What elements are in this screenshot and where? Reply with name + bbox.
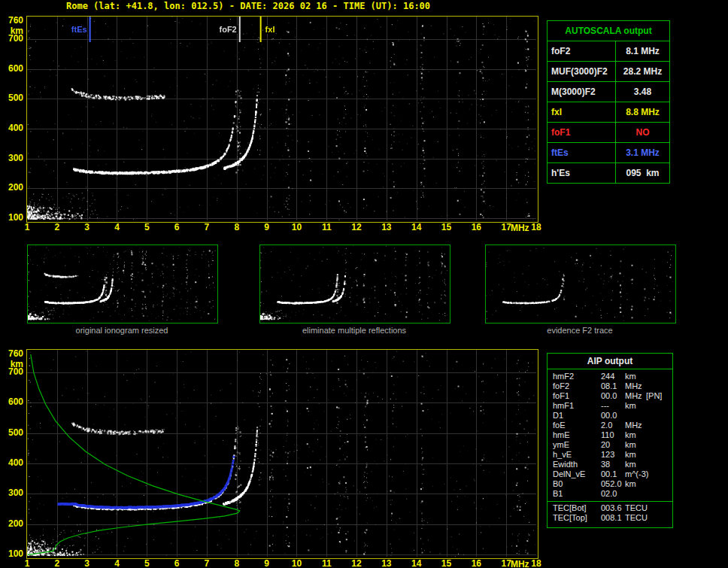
y-axis-unit-label: km <box>4 26 23 35</box>
x-tick-8: 8 <box>229 223 245 232</box>
aip-row-h_vE: h_vE123km <box>548 450 672 460</box>
aip-u-ymE: km <box>625 440 636 450</box>
thumbnail-original-ionogram <box>27 245 218 323</box>
aip-u-hmF2: km <box>625 372 636 381</box>
aip-row-ymE: ymE20km <box>548 440 672 450</box>
y-axis-aip: 760700600500400300200100km <box>4 349 25 557</box>
aip-n-B0: B0 <box>553 479 563 489</box>
x-tick-6: 6 <box>168 223 185 232</box>
aip-n-foE: foE <box>553 421 566 430</box>
aip-row-hmF2: hmF2244km <box>548 372 672 381</box>
x-tick-7: 7 <box>199 559 215 568</box>
aip-u-foF2: MHz <box>625 381 642 391</box>
aip-row-B0: B0052.0km <box>548 479 672 489</box>
y-axis-unit-label: km <box>4 360 23 369</box>
aip-u-foF1: MHz <box>625 391 642 401</box>
autoscala-row-foF2: foF28.1 MHz <box>548 41 670 62</box>
aip-v-foF2: 08.1 <box>601 381 617 391</box>
x-tick-5: 5 <box>138 559 155 568</box>
autoscala-param: h'Es <box>548 163 616 184</box>
x-tick-2: 2 <box>49 559 65 568</box>
aip-v-D1: 00.0 <box>601 411 617 421</box>
y-tick-400: 400 <box>4 123 23 132</box>
aip-n-hmF2: hmF2 <box>553 372 574 381</box>
aip-v-hmE: 110 <box>601 430 614 440</box>
autoscala-row-fxI: fxI8.8 MHz <box>548 102 670 123</box>
x-tick-6: 6 <box>168 559 185 568</box>
marker-label-foF2: foF2 <box>219 26 238 34</box>
y-tick-100: 100 <box>4 549 23 558</box>
aip-v-TEC[Top]: 008.1 <box>601 513 622 523</box>
aip-v-hmF1: --- <box>601 401 609 411</box>
aip-n-hmE: hmE <box>553 430 570 440</box>
aip-u-foE: MHz <box>625 421 642 430</box>
autoscala-table-header: AUTOSCALA output <box>548 21 670 41</box>
autoscala-param: fxI <box>548 102 616 123</box>
aip-n-DelN_vE: DelN_vE <box>553 469 585 479</box>
aip-panel-header: AIP output <box>548 354 672 369</box>
x-axis-unit-label: MHz <box>511 223 527 232</box>
y-tick-600: 600 <box>4 64 23 73</box>
aip-u-B0: km <box>625 479 636 489</box>
aip-row-foE: foE2.0MHz <box>548 421 672 430</box>
aip-separator <box>548 501 672 502</box>
aip-n-h_vE: h_vE <box>553 450 572 460</box>
aip-row-hmF1: hmF1---km <box>548 401 672 411</box>
ionogram-aip-plot <box>26 349 538 559</box>
aip-n-B1: B1 <box>553 489 563 499</box>
x-tick-12: 12 <box>348 223 365 232</box>
ionogram-aip-canvas <box>27 350 536 557</box>
autoscala-value: NO <box>616 123 670 143</box>
x-tick-13: 13 <box>378 559 395 568</box>
y-tick-300: 300 <box>4 488 23 497</box>
x-tick-13: 13 <box>378 223 395 232</box>
ionogram-main-canvas <box>27 17 536 220</box>
x-tick-14: 14 <box>408 223 425 232</box>
x-tick-14: 14 <box>408 559 425 568</box>
autoscala-row-MUF(3000)F2: MUF(3000)F228.2 MHz <box>548 62 670 82</box>
x-axis-aip: 123456789101112131415161718MHz <box>26 559 568 568</box>
x-tick-16: 16 <box>468 223 484 232</box>
page-title: Rome (lat: +41.8, lon: 012.5) - DATE: 20… <box>66 1 430 11</box>
y-tick-100: 100 <box>4 213 23 222</box>
aip-u-TEC[Bot]: TECU <box>625 503 648 513</box>
autoscala-window: Rome (lat: +41.8, lon: 012.5) - DATE: 20… <box>0 0 728 568</box>
aip-n-ymE: ymE <box>553 440 569 450</box>
y-tick-760: 760 <box>4 349 23 358</box>
thumbnail-f2-canvas <box>486 245 674 321</box>
x-tick-8: 8 <box>229 559 245 568</box>
thumbnail-caption-eliminate: eliminate multiple reflections <box>259 326 449 335</box>
x-tick-1: 1 <box>19 223 35 232</box>
y-tick-200: 200 <box>4 519 23 528</box>
thumbnail-eliminate-reflections <box>259 245 450 323</box>
aip-row-D1: D100.0 <box>548 411 672 421</box>
y-tick-200: 200 <box>4 183 23 192</box>
autoscala-param: MUF(3000)F2 <box>548 62 616 82</box>
aip-t-foF1: [PN] <box>646 391 662 401</box>
aip-n-TEC[Top]: TEC[Top] <box>553 513 587 523</box>
aip-rows: hmF2244kmfoF208.1MHzfoF100.0MHz[PN]hmF1-… <box>548 372 672 499</box>
aip-row-foF1: foF100.0MHz[PN] <box>548 391 672 401</box>
thumbnail-f2-trace <box>485 245 676 323</box>
x-tick-9: 9 <box>259 559 275 568</box>
aip-v-B1: 02.0 <box>601 489 617 499</box>
aip-v-DelN_vE: 00.1 <box>601 469 617 479</box>
y-tick-600: 600 <box>4 397 23 406</box>
autoscala-row-ftEs: ftEs3.1 MHz <box>548 143 670 163</box>
aip-n-D1: D1 <box>553 411 563 421</box>
x-tick-15: 15 <box>438 559 455 568</box>
aip-row-TEC[Top]: TEC[Top]008.1TECU <box>548 513 672 523</box>
y-tick-300: 300 <box>4 153 23 163</box>
x-tick-18: 18 <box>528 223 544 232</box>
autoscala-param: foF2 <box>548 41 616 62</box>
aip-row-foF2: foF208.1MHz <box>548 381 672 391</box>
x-tick-5: 5 <box>138 223 155 232</box>
aip-v-TEC[Bot]: 003.6 <box>601 503 622 513</box>
aip-row-DelN_vE: DelN_vE00.1m^(-3) <box>548 469 672 479</box>
aip-v-h_vE: 123 <box>601 450 614 460</box>
x-tick-4: 4 <box>108 559 125 568</box>
aip-v-foE: 2.0 <box>601 421 612 430</box>
ionogram-main-plot: ftEsfoF2fxI <box>26 16 538 223</box>
x-tick-10: 10 <box>288 559 305 568</box>
autoscala-value: 8.1 MHz <box>616 41 670 62</box>
